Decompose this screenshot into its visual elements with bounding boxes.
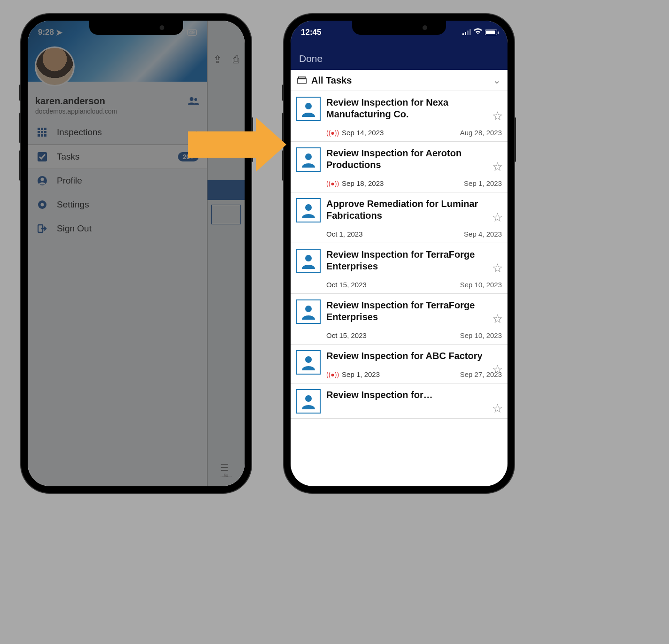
nav-drawer: 9:28 ➤ 49 karen.anderson docdemos.appian… [28,21,207,486]
location-icon: ➤ [56,28,62,38]
urgent-icon: ((●)) [326,371,339,378]
grid-icon [36,128,48,137]
svg-rect-5 [38,131,40,133]
task-due-date: Sep 1, 2023 [342,370,380,378]
task-title: Review Inspection for TerraForge Enterpr… [326,249,502,272]
task-item[interactable]: Review Inspection for Aeroton Production… [291,142,508,192]
done-button[interactable]: Done [291,53,508,70]
task-due-date: Oct 1, 2023 [326,230,363,238]
svg-point-1 [194,98,197,101]
status-time: 9:28 [38,28,54,37]
task-list[interactable]: Review Inspection for Nexa Manufacturing… [291,91,508,419]
task-title: Review Inspection for ABC Factory [326,350,502,362]
task-thumbnail [296,389,321,414]
svg-point-15 [41,203,44,207]
battery-icon [485,30,497,35]
stack-icon [297,75,307,86]
svg-point-0 [190,97,193,101]
task-thumbnail [296,147,321,172]
task-title: Review Inspection for… [326,389,502,401]
menu-label: Inspections [57,127,102,138]
task-item[interactable]: Review Inspection for TerraForge Enterpr… [291,294,508,345]
star-icon[interactable]: ☆ [492,362,503,377]
svg-rect-18 [299,77,305,78]
wifi-icon [474,28,482,37]
menu-item-profile[interactable]: Profile [28,169,207,193]
svg-rect-7 [44,131,46,133]
print-icon: ⎙ [233,54,239,66]
checkbox-icon [36,152,48,161]
task-item[interactable]: Review Inspection for Nexa Manufacturing… [291,91,508,142]
task-due-date: Sep 14, 2023 [342,129,384,137]
menu-item-tasks[interactable]: Tasks 20+ [28,145,207,169]
star-icon[interactable]: ☆ [492,261,503,276]
transition-arrow [188,131,256,158]
menu-label: Settings [57,199,89,210]
task-due-date: Oct 15, 2023 [326,331,367,339]
task-thumbnail [296,249,321,273]
task-item[interactable]: Review Inspection for ABC Factory ((●))S… [291,345,508,383]
star-icon[interactable]: ☆ [492,160,503,174]
star-icon[interactable]: ☆ [492,210,503,225]
share-icon: ⇪ [213,54,222,66]
urgent-icon: ((●)) [326,180,339,187]
username: karen.anderson [35,96,200,107]
svg-rect-10 [44,134,46,137]
avatar[interactable] [35,46,75,86]
star-icon[interactable]: ☆ [492,312,503,326]
battery-level: 49 [187,29,197,36]
phone-right: 12:45 Done All Tasks ⌄ Review Inspectio [284,14,514,493]
svg-rect-2 [38,128,40,130]
svg-rect-9 [41,134,43,137]
task-item[interactable]: Approve Remediation for Luminar Fabricat… [291,192,508,243]
task-thumbnail [296,97,321,121]
status-time: 12:45 [301,28,321,37]
hamburger-icon: ☰...lio... [220,462,231,478]
task-title: Approve Remediation for Luminar Fabricat… [326,198,502,222]
star-icon[interactable]: ☆ [492,401,503,416]
svg-rect-8 [38,134,40,137]
task-received-date: Sep 10, 2023 [460,331,502,339]
task-item[interactable]: Review Inspection for TerraForge Enterpr… [291,243,508,294]
menu-item-inspections[interactable]: Inspections › [28,121,207,145]
menu-item-settings[interactable]: Settings [28,193,207,217]
phone-left: ⇪ ⎙ ☰...lio... 9:28 ➤ 49 [21,14,251,493]
group-icon[interactable] [187,96,200,108]
task-received-date: Sep 1, 2023 [464,179,502,187]
task-thumbnail [296,198,321,222]
svg-rect-4 [44,128,46,130]
urgent-icon: ((●)) [326,129,339,137]
background-pane: ⇪ ⎙ ☰...lio... [207,21,245,486]
task-due-date: Oct 15, 2023 [326,281,367,289]
chevron-down-icon: ⌄ [493,75,501,86]
user-domain: docdemos.appiancloud.com [35,107,200,115]
gear-icon [36,200,48,209]
task-title: Review Inspection for Nexa Manufacturing… [326,97,502,120]
svg-rect-3 [41,128,43,130]
task-title: Review Inspection for TerraForge Enterpr… [326,299,502,323]
star-icon[interactable]: ☆ [492,109,503,123]
task-item[interactable]: Review Inspection for… ☆ [291,383,508,419]
signout-icon [36,224,48,233]
task-thumbnail [296,299,321,324]
person-icon [36,176,48,185]
task-filter-dropdown[interactable]: All Tasks ⌄ [291,70,508,91]
menu-label: Sign Out [57,223,92,234]
menu-label: Tasks [57,152,80,162]
task-due-date: Sep 18, 2023 [342,179,384,187]
svg-rect-17 [297,79,307,84]
svg-rect-6 [41,131,43,133]
menu-item-signout[interactable]: Sign Out [28,217,207,241]
svg-point-13 [41,178,44,181]
task-received-date: Sep 4, 2023 [464,230,502,238]
task-title: Review Inspection for Aeroton Production… [326,147,502,171]
task-received-date: Sep 10, 2023 [460,281,502,289]
menu-label: Profile [57,176,82,186]
filter-label: All Tasks [311,75,352,86]
task-received-date: Aug 28, 2023 [460,129,502,137]
task-thumbnail [296,350,321,375]
signal-icon [462,30,471,35]
